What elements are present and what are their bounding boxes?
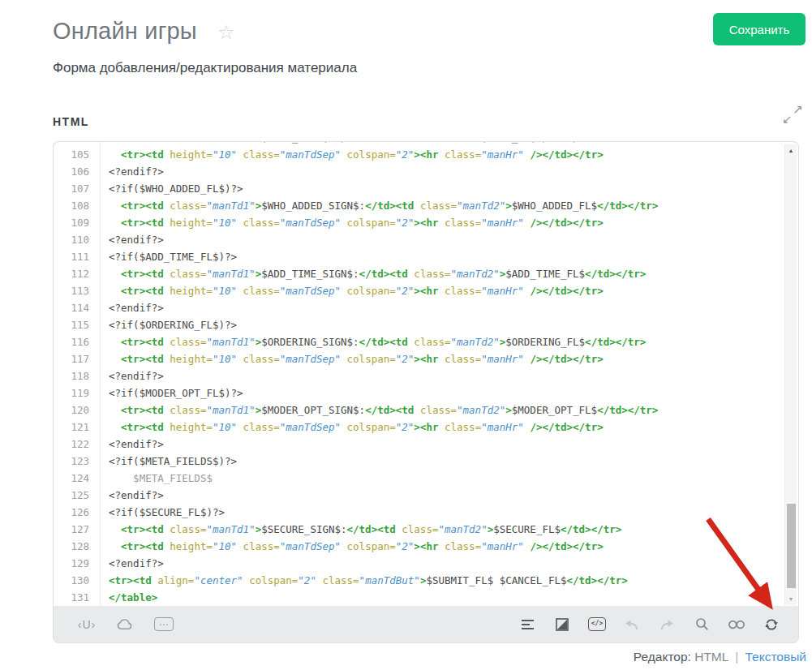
code-line: 107<?if($WHO_ADDED_FL$)?>	[54, 180, 798, 197]
cloud-icon[interactable]	[116, 616, 134, 633]
code-line-content: <?endif?>	[101, 231, 164, 248]
code-line: 116 <tr><td class="manTd1">$ORDERING_SIG…	[54, 333, 798, 350]
redo-icon[interactable]	[658, 616, 676, 633]
editor-toolbar: ‹U› …	[54, 606, 798, 642]
code-line-content: <?if($WHO_ADDED_FL$)?>	[101, 180, 243, 197]
line-number: 107	[54, 180, 101, 197]
line-number: 125	[54, 487, 101, 504]
line-number: 108	[54, 197, 101, 214]
code-line: 123<?if($META_FIELDS$)?>	[54, 453, 798, 470]
code-line: 106<?endif?>	[54, 163, 798, 180]
toolbar-left-group: ‹U› …	[78, 616, 174, 633]
code-line: 122<?endif?>	[54, 436, 798, 453]
code-line-content: <tr><td height="10" class="manTdSep" col…	[101, 214, 604, 231]
code-line-content: <?if($META_FIELDS$)?>	[101, 453, 237, 470]
undo-icon[interactable]	[623, 616, 641, 633]
code-line: 127 <tr><td class="manTd1">$SECURE_SIGN$…	[54, 521, 798, 538]
code-line: 131</table>	[54, 589, 798, 606]
code-line-content: <?endif?>	[101, 555, 164, 572]
code-line-content: <?if($ADD_TIME_FL$)?>	[101, 248, 237, 265]
code-line: 115<?if($ORDERING_FL$)?>	[54, 316, 798, 333]
line-number: 105	[54, 146, 101, 163]
refresh-icon[interactable]	[763, 616, 780, 633]
line-number: 129	[54, 555, 101, 572]
line-number: 116	[54, 333, 101, 350]
code-view-icon[interactable]: </>	[588, 617, 606, 631]
code-line: 110<?endif?>	[54, 231, 798, 248]
code-line: 125<?endif?>	[54, 487, 798, 504]
contrast-theme-icon[interactable]	[553, 616, 571, 633]
code-line: 117 <tr><td height="10" class="manTdSep"…	[54, 350, 798, 367]
code-line: 120 <tr><td class="manTd1">$MODER_OPT_SI…	[54, 402, 798, 419]
line-number: 121	[54, 419, 101, 436]
insert-variable-icon[interactable]: ‹U›	[78, 616, 96, 633]
format-lines-icon[interactable]	[518, 616, 536, 633]
page-subtitle: Форма добавления/редактирования материал…	[53, 60, 357, 76]
mode-separator: |	[732, 650, 741, 664]
save-button[interactable]: Сохранить	[713, 13, 806, 45]
code-line-content: $META_FIELDS$	[101, 470, 213, 487]
editor-mode-current: HTML	[694, 650, 728, 664]
code-line-content: </table>	[101, 589, 157, 606]
ellipsis-glyph: …	[159, 616, 170, 628]
line-number: 123	[54, 453, 101, 470]
line-number: 128	[54, 538, 101, 555]
line-number: 117	[54, 350, 101, 367]
arrow-sw-icon: ↙	[782, 112, 793, 127]
vertical-scrollbar[interactable]: ▲ ▼	[784, 144, 797, 605]
line-number: 112	[54, 265, 101, 282]
code-line-content: <?if($MODER_OPT_FL$)?>	[101, 384, 243, 402]
code-line-content: <?if($ORDERING_FL$)?>	[101, 316, 237, 333]
line-number: 127	[54, 521, 101, 538]
code-line: 114<?endif?>	[54, 299, 798, 316]
code-editor-panel: 104 <tr><td class="manTd1">$TAGS_SIGN$:<…	[53, 141, 799, 643]
scrollbar-thumb[interactable]	[787, 504, 796, 588]
code-line-content: <tr><td height="10" class="manTdSep" col…	[101, 419, 604, 436]
toolbar-right-group: </>	[518, 616, 780, 633]
code-glyph: </>	[591, 620, 603, 627]
scroll-down-arrow-icon[interactable]: ▼	[785, 596, 797, 602]
line-number: 106	[54, 163, 101, 180]
editor-mode-label: Редактор:	[634, 650, 694, 664]
line-number: 115	[54, 316, 101, 333]
fullscreen-expand-icon[interactable]: ↗ ↙	[780, 104, 805, 128]
code-line: 124 $META_FIELDS$	[54, 470, 798, 487]
code-line-content: <tr><td height="10" class="manTdSep" col…	[101, 350, 604, 367]
arrow-ne-icon: ↗	[793, 102, 803, 117]
code-line: 112 <tr><td class="manTd1">$ADD_TIME_SIG…	[54, 265, 798, 282]
code-line-content: <tr><td align="center" colspan="2" class…	[101, 572, 628, 589]
line-number: 118	[54, 367, 101, 384]
code-line-content: <?endif?>	[101, 299, 164, 316]
search-replace-binoculars-icon[interactable]	[728, 616, 745, 633]
text-mode-link[interactable]: Текстовый	[745, 650, 806, 664]
code-line-content: <tr><td class="manTd1">$ADD_TIME_SIGN$:<…	[101, 265, 646, 282]
code-line: 108 <tr><td class="manTd1">$WHO_ADDED_SI…	[54, 197, 798, 214]
line-number: 114	[54, 299, 101, 316]
page-title: Онлайн игры	[53, 18, 197, 45]
line-number: 126	[54, 504, 101, 521]
code-line: 126<?if($SECURE_FL$)?>	[54, 504, 798, 521]
editor-mode-switch: Редактор: HTML | Текстовый	[634, 650, 806, 664]
insert-variable-glyph: ‹U›	[78, 618, 96, 631]
code-line-content: <tr><td class="manTd1">$ORDERING_SIGN$:<…	[101, 333, 646, 350]
template-editor-page: Онлайн игры ☆ Сохранить Форма добавления…	[0, 0, 812, 670]
code-line-content: <?endif?>	[101, 487, 164, 504]
line-number: 110	[54, 231, 101, 248]
code-line-content: <tr><td class="manTd1">$MODER_OPT_SIGN$:…	[101, 402, 658, 419]
code-line: 130<tr><td align="center" colspan="2" cl…	[54, 572, 798, 589]
code-line: 118<?endif?>	[54, 367, 798, 384]
code-line-content: <tr><td height="10" class="manTdSep" col…	[101, 282, 604, 299]
scroll-up-arrow-icon[interactable]: ▲	[785, 148, 797, 153]
code-line-content: <?endif?>	[101, 367, 164, 384]
line-number: 122	[54, 436, 101, 453]
code-line-content: <?if($SECURE_FL$)?>	[101, 504, 225, 521]
line-number: 119	[54, 384, 101, 402]
more-options-icon[interactable]: …	[154, 617, 174, 631]
html-section-label: HTML	[53, 115, 89, 128]
search-icon[interactable]	[693, 616, 711, 633]
line-number: 120	[54, 402, 101, 419]
favorite-star-icon[interactable]: ☆	[217, 21, 235, 44]
code-editor[interactable]: 104 <tr><td class="manTd1">$TAGS_SIGN$:<…	[54, 142, 798, 608]
code-line: 121 <tr><td height="10" class="manTdSep"…	[54, 419, 798, 436]
code-line: 113 <tr><td height="10" class="manTdSep"…	[54, 282, 798, 299]
